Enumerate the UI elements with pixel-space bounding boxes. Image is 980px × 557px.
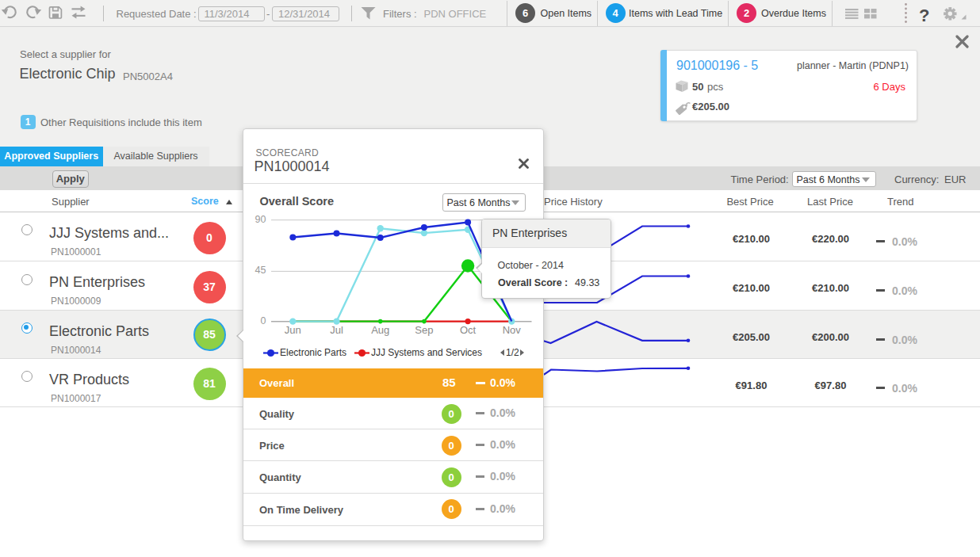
svg-text:Sep: Sep: [415, 324, 433, 336]
svg-text:Jun: Jun: [284, 324, 301, 336]
svg-text:Oct: Oct: [459, 324, 476, 336]
svg-text:Jul: Jul: [330, 324, 343, 336]
svg-text:0: 0: [260, 315, 266, 326]
svg-text:Aug: Aug: [371, 324, 389, 336]
svg-text:90: 90: [255, 214, 266, 225]
svg-text:Nov: Nov: [502, 324, 521, 336]
svg-text:45: 45: [255, 265, 266, 276]
